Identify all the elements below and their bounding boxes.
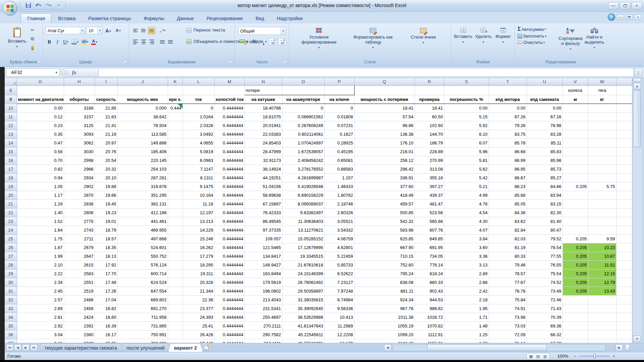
cell-T29[interactable]: 78.57 [489,269,527,278]
cell-H18[interactable]: 2934 [64,173,95,182]
cell-K29[interactable] [168,269,182,278]
cell-J11[interactable]: 38.642 [117,112,168,121]
cell-O19[interactable]: 5.419026546 [282,182,324,191]
cell-V28[interactable]: 0.205 [562,260,588,269]
cell-G16[interactable]: 0.70 [17,156,64,165]
cell-V22[interactable] [562,208,588,217]
cell-O17[interactable]: 3.278176552 [282,165,324,173]
cell-M12[interactable]: 0.4444444 [214,121,245,130]
cell-S30[interactable]: 2.66 [444,278,489,287]
cell-Q31[interactable]: 881.11 [354,287,415,295]
cell-R25[interactable]: 649.85 [415,234,444,243]
cell-K25[interactable] [168,234,182,243]
align-top-button[interactable] [132,27,139,34]
cell-M16[interactable]: 0.4444444 [214,156,245,165]
cell-K30[interactable] [168,278,182,287]
cell-V9[interactable]: м [562,95,588,104]
cell-M24[interactable]: 0.4444444 [214,226,245,234]
cell-L11[interactable]: 1.0164 [182,112,214,121]
cell-P34[interactable]: 10.413 [324,313,354,321]
close-button[interactable]: × [632,2,642,9]
cell-J24[interactable]: 469.955 [117,226,168,234]
zoom-out-button[interactable]: − [572,353,578,359]
cell-L21[interactable]: 11.18 [182,199,214,208]
cell-O34[interactable]: 38.53529988 [282,313,324,321]
cell-S10[interactable]: 0.00 [444,104,489,112]
cell-O32[interactable]: 32.38035615 [282,295,324,304]
cell-U32[interactable]: 72.46 [527,295,562,304]
align-left-button[interactable] [132,38,139,46]
cell-T35[interactable]: 73.03 [489,321,527,330]
cell-R31[interactable]: 902.43 [415,287,444,295]
cell-Q26[interactable]: 667.90 [354,243,415,252]
cell-V15[interactable] [562,147,588,156]
cell-N25[interactable]: 109.057 [245,234,282,243]
column-header-J[interactable]: J [117,78,168,85]
accounting-format-button[interactable]: ▾ [238,38,250,46]
delete-cells-button[interactable]: × Удалить ▾ [473,25,493,44]
cell-K21[interactable] [168,199,182,208]
cell-H20[interactable]: 2870 [64,191,95,199]
cell-S13[interactable]: 6.10 [444,130,489,138]
cell-M33[interactable]: 0.4444444 [214,304,245,313]
cell-R32[interactable]: 944.53 [415,295,444,304]
cell-I34[interactable]: 16.60 [95,313,117,321]
cell-R30[interactable]: 860.33 [415,278,444,287]
cell-K32[interactable] [168,295,182,304]
row-header-11[interactable]: 11 [5,112,17,121]
cell-T13[interactable]: 83.75 [489,130,527,138]
cell-N34[interactable]: 250.4697 [245,313,282,321]
cell-S35[interactable]: 1.48 [444,321,489,330]
cell-O31[interactable]: 29.50358897 [282,287,324,295]
cell-W19[interactable]: 5.75 [588,182,616,191]
cell-P36[interactable]: 12.2208 [324,330,354,339]
row-header-36[interactable]: 36 [5,330,17,339]
cell-Q14[interactable]: 176.10 [354,138,415,147]
cell-R36[interactable]: 1112.91 [415,330,444,339]
cell-V17[interactable] [562,165,588,173]
cell-S34[interactable]: 1.71 [444,313,489,321]
cell-S18[interactable]: 5.42 [444,173,489,182]
cell-I16[interactable]: 20.54 [95,156,117,165]
cell-H28[interactable]: 2615 [64,260,95,269]
cell-O9[interactable]: на акамуляторе [282,95,324,104]
cell-P12[interactable]: 0.07231 [324,121,354,130]
cell-M30[interactable]: 0.4444444 [214,278,245,287]
zoom-in-button[interactable]: + [611,353,616,359]
cell-S28[interactable]: 3.13 [444,260,489,269]
autosum-button[interactable]: Σ Автосумма ▾ [518,26,546,32]
cell-J9[interactable]: мощность мех [117,95,168,104]
cell-U34[interactable]: 70.39 [527,313,562,321]
cell-N37[interactable]: 312.1111 [245,339,282,343]
cell-K12[interactable] [168,121,182,130]
ribbon-tab-6[interactable]: Вид [250,14,270,23]
cell-O35[interactable]: 41.81347643 [282,321,324,330]
cell-S12[interactable]: 5.92 [444,121,489,130]
cell-N23[interactable]: 86.49545 [245,217,282,226]
align-bottom-button[interactable] [148,27,155,34]
cell-N22[interactable]: 76.42333 [245,208,282,217]
cell-W34[interactable] [588,313,616,321]
cell-S11[interactable]: 5.15 [444,112,489,121]
cell-I29[interactable]: 17.70 [95,269,117,278]
cell-H37[interactable]: 2328 [64,339,95,343]
cell-H16[interactable]: 2998 [64,156,95,165]
cell-K9[interactable]: ери х. хо [168,95,182,104]
cell-P22[interactable]: 2.60326 [324,208,354,217]
cell-I14[interactable]: 20.97 [95,138,117,147]
cell-U30[interactable]: 74.52 [527,278,562,287]
cell-O11[interactable]: 0.066901562 [282,112,324,121]
cell-L35[interactable]: 25.41 [182,321,214,330]
cell-S15[interactable]: 5.96 [444,147,489,156]
cell-N28[interactable]: 148.9427 [245,260,282,269]
cell-O15[interactable]: 1.672539057 [282,147,324,156]
cell-I13[interactable]: 21.19 [95,130,117,138]
cell-L19[interactable]: 9.1475 [182,182,214,191]
cell-P16[interactable]: 0.65081 [324,156,354,165]
cell-N12[interactable]: 20.01941 [245,121,282,130]
cell-J29[interactable]: 600.714 [117,269,168,278]
cell-G19[interactable]: 1.05 [17,182,64,191]
cell-L8[interactable] [182,85,214,95]
row-header-12[interactable]: 12 [5,121,17,130]
cell-I12[interactable]: 21.41 [95,121,117,130]
